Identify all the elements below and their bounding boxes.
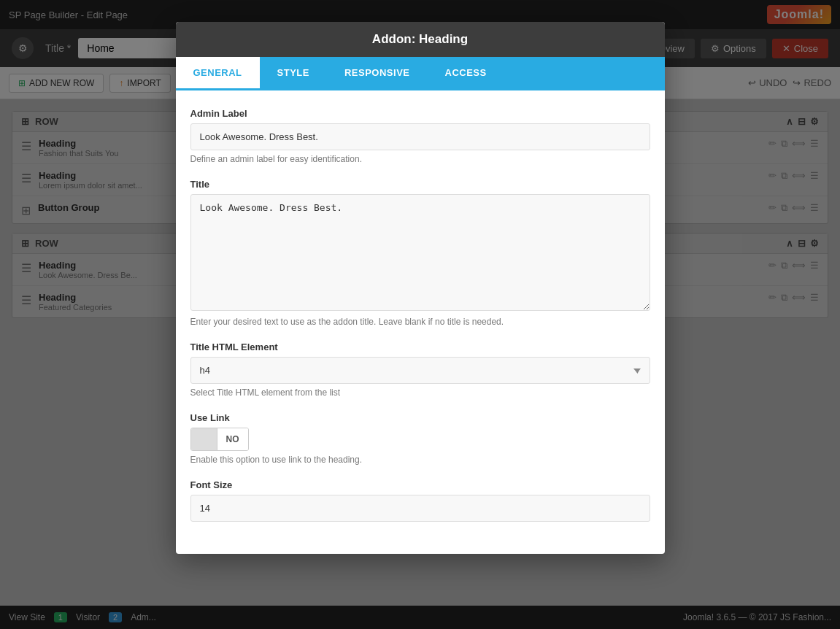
modal-tabs: GENERAL STYLE RESPONSIVE ACCESS <box>176 57 665 90</box>
font-size-input[interactable] <box>190 495 650 522</box>
title-html-element-group: Title HTML Element h1 h2 h3 h4 h5 h6 p d… <box>190 341 650 398</box>
admin-label-hint: Define an admin label for easy identific… <box>190 154 650 164</box>
title-group: Title Look Awesome. Dress Best. Enter yo… <box>190 179 650 327</box>
modal-body: Admin Label Define an admin label for ea… <box>176 90 665 554</box>
title-html-element-label: Title HTML Element <box>190 341 650 352</box>
toggle-no[interactable]: NO <box>217 428 248 450</box>
admin-label-group: Admin Label Define an admin label for ea… <box>190 108 650 164</box>
title-textarea[interactable]: Look Awesome. Dress Best. <box>190 194 650 311</box>
use-link-toggle[interactable]: NO <box>190 428 249 451</box>
title-html-element-select[interactable]: h1 h2 h3 h4 h5 h6 p div <box>190 357 650 384</box>
tab-access[interactable]: ACCESS <box>428 57 504 90</box>
use-link-group: Use Link NO Enable this option to use li… <box>190 412 650 465</box>
font-size-group: Font Size <box>190 479 650 522</box>
addon-modal: Addon: Heading GENERAL STYLE RESPONSIVE … <box>176 22 665 554</box>
title-hint: Enter your desired text to use as the ad… <box>190 317 650 327</box>
admin-label-label: Admin Label <box>190 108 650 119</box>
admin-label-input[interactable] <box>190 123 650 150</box>
title-html-element-hint: Select Title HTML element from the list <box>190 387 650 398</box>
title-label-field: Title <box>190 179 650 190</box>
use-link-label: Use Link <box>190 412 650 423</box>
use-link-hint: Enable this option to use link to the he… <box>190 455 650 465</box>
tab-responsive[interactable]: RESPONSIVE <box>327 57 428 90</box>
modal-overlay: Addon: Heading GENERAL STYLE RESPONSIVE … <box>0 0 840 629</box>
toggle-off[interactable] <box>191 428 217 450</box>
modal-title: Addon: Heading <box>176 22 665 57</box>
select-wrapper: h1 h2 h3 h4 h5 h6 p div <box>190 357 650 384</box>
tab-general[interactable]: GENERAL <box>176 57 260 90</box>
tab-style[interactable]: STYLE <box>260 57 327 90</box>
font-size-label: Font Size <box>190 479 650 490</box>
